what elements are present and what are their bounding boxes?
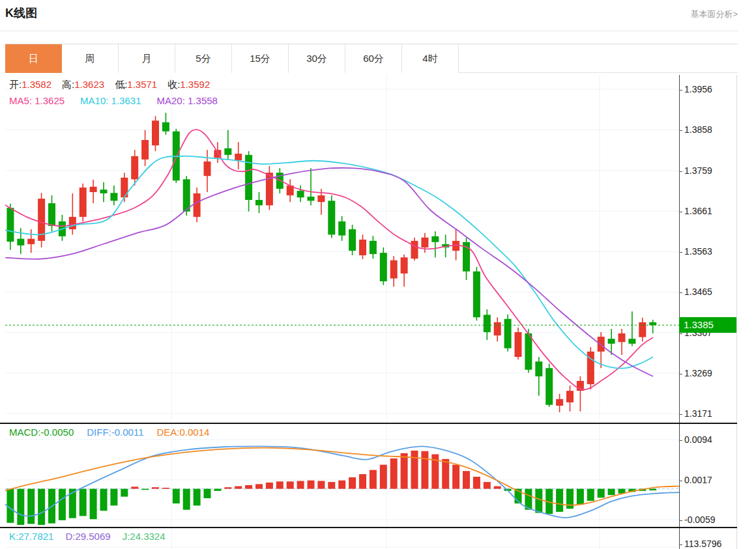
current-price-badge: 1.3385 (679, 317, 736, 333)
macd-bar (390, 458, 398, 489)
macd-bar (27, 489, 35, 524)
macd-value: MACD:-0.0050 (9, 427, 74, 438)
macd-bar (463, 471, 470, 488)
candle-body (48, 203, 55, 226)
candle-body (618, 333, 626, 342)
kdj-k-value: K:27.7821 (9, 531, 53, 542)
price-tick-label: 1.3269 (679, 368, 712, 378)
macd-kdj-separator (0, 527, 737, 528)
tab-日[interactable]: 日 (5, 44, 62, 73)
tabbar-filler (459, 44, 738, 73)
macd-bar (421, 451, 428, 489)
macd-bar (566, 489, 574, 509)
candle-body (431, 236, 439, 242)
candle-body (359, 240, 366, 255)
candle-body (494, 322, 501, 335)
price-tick-label: 1.3563 (679, 246, 712, 257)
macd-bar (110, 489, 117, 506)
ma20-line (5, 168, 653, 376)
ma10-value: MA10: 1.3631 (80, 95, 141, 106)
macd-info-bar: MACD:-0.0050 DIFF:-0.0011 DEA:0.0014 (9, 427, 209, 438)
ohlc-close: 收:1.3592 (167, 79, 210, 91)
macd-bar (162, 488, 169, 489)
candle-body (473, 272, 480, 317)
candle-body (162, 122, 169, 132)
macd-bar (121, 489, 128, 497)
candle-body (566, 391, 574, 402)
price-tick-label: 1.3759 (679, 165, 712, 176)
candle-body (255, 200, 263, 205)
candle-body (525, 333, 532, 370)
candle-body (297, 191, 304, 197)
macd-bar (411, 451, 418, 489)
candle-body (317, 195, 325, 202)
right-border-line (736, 75, 737, 549)
candle-body (27, 239, 35, 244)
macd-bar (59, 489, 66, 520)
price-tick-label: 1.3956 (679, 84, 712, 94)
macd-bar (152, 487, 159, 488)
macd-bar (173, 489, 180, 504)
macd-bar (183, 489, 190, 510)
period-tabbar: 日周月5分15分30分60分4时 (5, 44, 738, 73)
diff-value: DIFF:-0.0011 (87, 427, 143, 438)
candle-body (308, 197, 315, 201)
macd-bar (556, 489, 563, 512)
candle-body (235, 154, 242, 160)
tab-5分[interactable]: 5分 (175, 44, 232, 73)
candle-body (224, 148, 231, 155)
macd-bar (598, 489, 605, 498)
kdj-j-value: J:24.3324 (123, 531, 166, 542)
main-macd-separator (0, 423, 737, 424)
kdj-d-value: D:29.5069 (65, 531, 110, 542)
tab-30分[interactable]: 30分 (289, 44, 345, 73)
macd-bar (317, 481, 325, 489)
macd-bar (338, 481, 345, 489)
dea-value: DEA:0.0014 (156, 427, 209, 438)
ma10-line (5, 156, 653, 369)
ohlc-low: 低:1.3571 (115, 79, 157, 91)
macd-bar (131, 486, 138, 488)
macd-bar (255, 484, 263, 488)
macd-bar (328, 482, 335, 488)
macd-bar (535, 489, 542, 513)
macd-bar (141, 489, 149, 490)
candle-body (194, 193, 201, 217)
candle-body (17, 239, 24, 246)
macd-bar (587, 489, 594, 501)
macd-bar (380, 465, 387, 489)
macd-bar (608, 489, 615, 496)
header-divider (0, 31, 738, 31)
ohlc-info-bar: 开:1.3582 高:1.3623 低:1.3571 收:1.3592 (9, 79, 210, 91)
tab-60分[interactable]: 60分 (345, 44, 402, 73)
tab-周[interactable]: 周 (62, 44, 119, 73)
macd-bar (401, 453, 408, 489)
fundamental-analysis-link[interactable]: 基本面分析> (690, 8, 738, 20)
candle-body (504, 319, 512, 348)
kdj-tick-label: 113.5796 (679, 539, 721, 549)
ma20-value: MA20: 1.3558 (157, 95, 218, 106)
tab-月[interactable]: 月 (119, 44, 175, 73)
candle-body (411, 241, 418, 259)
page-title: K线图 (5, 5, 37, 21)
tab-15分[interactable]: 15分 (232, 44, 289, 73)
main-candlestick-plot (5, 75, 679, 423)
candle-body (328, 201, 335, 234)
candle-body (110, 193, 117, 201)
macd-bar (194, 489, 201, 506)
macd-tick-label: 0.0017 (679, 475, 712, 485)
candle-body (628, 339, 635, 344)
macd-bar (494, 486, 501, 489)
macd-tick-label: 0.0094 (679, 434, 712, 445)
candle-body (152, 120, 159, 145)
macd-bar (224, 487, 231, 488)
macd-plot (5, 423, 679, 528)
macd-bar (308, 481, 315, 489)
macd-bar (100, 489, 108, 511)
candle-body (380, 253, 387, 281)
price-tick-label: 1.3661 (679, 206, 712, 216)
candle-body (7, 208, 14, 242)
tab-4时[interactable]: 4时 (402, 44, 459, 73)
candle-body (141, 140, 149, 160)
ma5-value: MA5: 1.3625 (9, 95, 65, 106)
